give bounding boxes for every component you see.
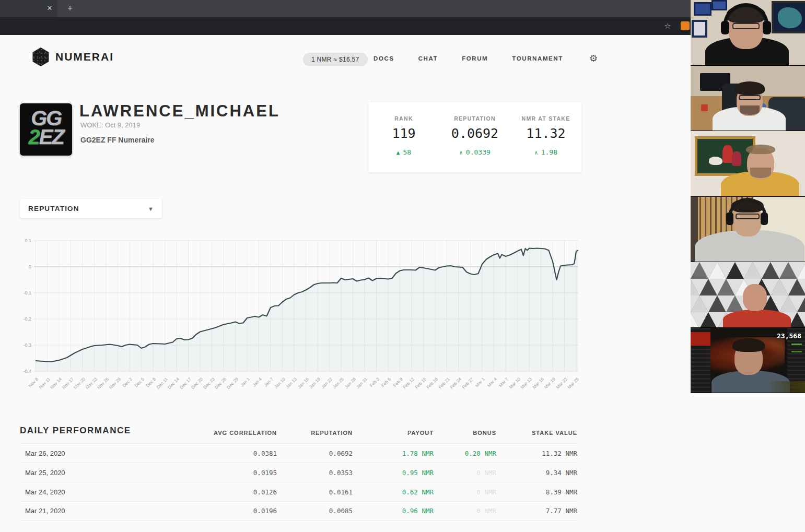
headset-earcup — [761, 212, 768, 225]
reputation-chart: 0.10-0.1-0.2-0.3-0.4Nov 8Nov 11Nov 14Nov… — [0, 35, 590, 400]
column-header-stake-value: STAKE VALUE — [496, 430, 577, 436]
webcam-feed-6[interactable]: 23,568 — [691, 328, 805, 394]
cell-payout: 0.96 NMR — [353, 507, 434, 515]
gold-framed-painting — [695, 136, 755, 176]
table-header-row: DAILY PERFORMANCE AVG CORRELATION REPUTA… — [20, 425, 577, 443]
table-title: DAILY PERFORMANCE — [20, 425, 199, 436]
table-row[interactable]: Mar 21, 20200.01960.00850.96 NMR0 NMR7.7… — [20, 501, 577, 521]
cell-reputation: 0.0085 — [277, 507, 353, 515]
cell-stake-value: 11.32 NMR — [496, 450, 577, 457]
cell-bonus: 0 NMR — [434, 488, 496, 496]
cell-bonus: 0 NMR — [434, 507, 496, 515]
green-stat-dash — [791, 344, 802, 345]
browser-tab-strip: ✕ + — [0, 0, 805, 17]
daily-performance-table: DAILY PERFORMANCE AVG CORRELATION REPUTA… — [20, 425, 577, 521]
cell-reputation: 0.0161 — [277, 488, 353, 496]
y-axis-tick-label: -0.1 — [14, 290, 31, 295]
person-beard — [740, 105, 760, 115]
y-axis-tick-label: -0.4 — [14, 369, 31, 374]
viewer-count: 23,568 — [777, 332, 801, 340]
glasses — [739, 95, 761, 100]
chart-plot-area — [34, 238, 578, 374]
cell-avg-correlation: 0.0381 — [199, 450, 277, 457]
table-row[interactable]: Mar 26, 20200.03810.06921.78 NMR0.20 NMR… — [20, 443, 577, 463]
glasses — [732, 23, 760, 29]
cell-date: Mar 21, 2020 — [20, 507, 199, 515]
table-row[interactable]: Mar 25, 20200.01950.03530.95 NMR0 NMR9.3… — [20, 463, 577, 482]
cell-stake-value: 7.77 NMR — [496, 507, 577, 515]
webcam-feed-2[interactable] — [691, 66, 805, 132]
table-row[interactable]: Mar 24, 20200.01260.01610.62 NMR0 NMR8.3… — [20, 482, 577, 501]
cell-payout: 1.78 NMR — [353, 450, 434, 457]
column-header-reputation: REPUTATION — [277, 430, 353, 436]
webcam-feed-1[interactable] — [691, 0, 805, 66]
map-picture — [772, 1, 805, 33]
red-banner — [691, 332, 710, 346]
green-stat-dash — [791, 351, 802, 352]
y-axis-tick-label: 0 — [14, 264, 31, 269]
cell-payout: 0.62 NMR — [353, 488, 434, 496]
column-header-payout: PAYOUT — [353, 430, 434, 436]
cell-date: Mar 25, 2020 — [20, 469, 199, 477]
webcam-feed-5[interactable] — [691, 262, 805, 328]
column-header-bonus: BONUS — [434, 430, 496, 436]
video-call-panel: 23,568 — [691, 0, 805, 393]
new-tab-icon[interactable]: + — [64, 3, 76, 14]
cell-avg-correlation: 0.0195 — [199, 469, 277, 477]
headset-earcup — [726, 212, 733, 225]
red-cube-toy — [701, 104, 708, 111]
cell-reputation: 0.0692 — [277, 450, 353, 457]
cell-stake-value: 9.34 NMR — [496, 469, 577, 477]
cell-stake-value: 8.39 NMR — [496, 488, 577, 496]
cell-avg-correlation: 0.0126 — [199, 488, 277, 496]
cell-bonus: 0.20 NMR — [434, 450, 496, 457]
person-hair — [734, 81, 765, 95]
webcam-feed-3[interactable] — [691, 131, 805, 197]
y-axis-tick-label: -0.2 — [14, 316, 31, 322]
numerai-page: NUMERAI 1 NMR ≈ $16.57 DOCS CHAT FORUM T… — [0, 35, 805, 532]
headphone-earcup — [763, 21, 771, 34]
settings-gear-icon[interactable]: ⚙ — [589, 53, 598, 64]
person-head — [743, 284, 767, 311]
browser-extension-icon[interactable] — [681, 21, 690, 30]
cell-avg-correlation: 0.0196 — [199, 507, 277, 515]
column-header-avg-correlation: AVG CORRELATION — [199, 430, 277, 436]
tab-close-icon[interactable]: ✕ — [45, 4, 54, 13]
bookmark-star-icon[interactable]: ☆ — [662, 21, 673, 31]
person-beard — [750, 168, 771, 178]
person-hair — [732, 338, 765, 352]
person-hair — [746, 145, 775, 154]
headphone-earcup — [721, 21, 729, 34]
picture-frame — [692, 20, 707, 38]
y-axis-tick-label: -0.3 — [14, 342, 31, 348]
cell-date: Mar 24, 2020 — [20, 488, 199, 496]
cell-bonus: 0 NMR — [434, 469, 496, 477]
cell-date: Mar 26, 2020 — [20, 450, 199, 457]
person-torso — [723, 310, 791, 328]
y-axis-tick-label: 0.1 — [14, 238, 31, 243]
cell-reputation: 0.0353 — [277, 469, 353, 477]
webcam-feed-4[interactable] — [691, 197, 805, 263]
desk-glow — [768, 381, 805, 393]
picture-frame — [694, 2, 711, 16]
cell-payout: 0.95 NMR — [353, 469, 434, 477]
glasses — [736, 214, 760, 219]
table-body: Mar 26, 20200.03810.06921.78 NMR0.20 NMR… — [20, 443, 577, 521]
picture-frame — [711, 0, 727, 10]
